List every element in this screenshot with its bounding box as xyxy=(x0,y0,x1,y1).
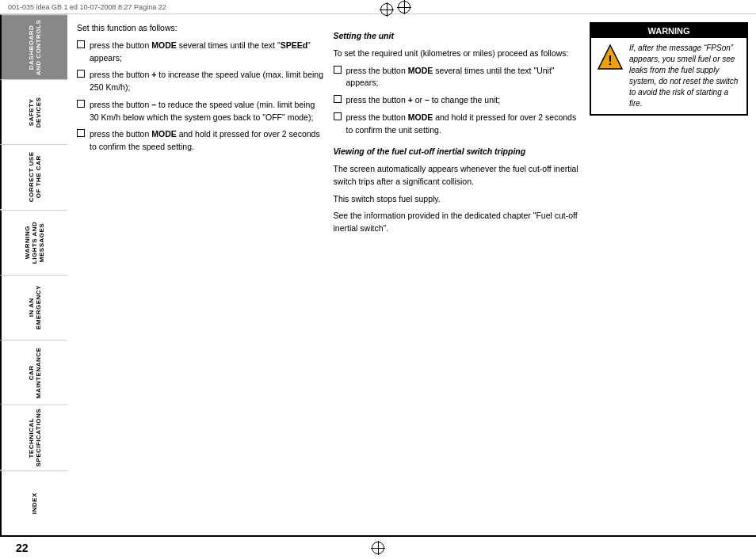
sidebar-item-label: DASHBOARD AND CONTROLS xyxy=(28,18,42,76)
header-text: 001-035 idea GB 1 ed 10-07-2008 8:27 Pag… xyxy=(8,3,166,11)
bullet-item: press the button + or – to change the un… xyxy=(334,94,582,107)
left-column: Set this function as follows: press the … xyxy=(77,22,326,527)
section1-title: Setting the unit xyxy=(334,30,582,43)
warning-text: If, after the message “FPSon” appears, y… xyxy=(629,43,742,109)
sidebar-item-technical[interactable]: TECHNICAL SPECIFICATIONS xyxy=(0,405,67,470)
sidebar-item-label: CORRECT USE OF THE CAR xyxy=(28,148,42,206)
warning-triangle-svg: ! xyxy=(596,43,624,71)
mode-bold: MODE xyxy=(151,129,177,139)
svg-text:!: ! xyxy=(608,54,612,67)
mode-bold: MODE xyxy=(408,112,433,122)
minus-bold: – xyxy=(151,100,156,109)
bullet-item: press the button MODE several times unti… xyxy=(77,40,326,65)
bullet-item: press the button + to increase the speed… xyxy=(77,69,326,94)
sidebar-item-correct-use[interactable]: CORRECT USE OF THE CAR xyxy=(0,144,67,209)
footer: 22 xyxy=(0,535,756,559)
sidebar-item-emergency[interactable]: IN AN EMERGENCY xyxy=(0,275,67,340)
warning-triangle-icon: ! xyxy=(596,43,624,73)
sidebar-item-warning[interactable]: WARNING LIGHTS AND MESSAGES xyxy=(0,210,67,275)
bullet-item: press the button – to reduce the speed v… xyxy=(77,99,326,124)
bullet-item: press the button MODE and hold it presse… xyxy=(77,128,326,154)
bullet-text-4: press the button MODE and hold it presse… xyxy=(90,128,326,154)
bullet-checkbox xyxy=(77,129,85,137)
bullet-text-1: press the button MODE several times unti… xyxy=(90,40,326,65)
section1-intro: To set the required unit (kilometres or … xyxy=(334,48,582,60)
speed-bold: SPEEd xyxy=(281,40,307,50)
header-bar: 001-035 idea GB 1 ed 10-07-2008 8:27 Pag… xyxy=(0,0,756,14)
warning-icon-row: ! If, after the message “FPSon” appears,… xyxy=(591,38,746,114)
right-column: Setting the unit To set the required uni… xyxy=(334,22,582,527)
bullet-checkbox xyxy=(77,70,85,78)
sidebar-item-label: CAR MAINTENANCE xyxy=(28,344,42,401)
bullet-checkbox xyxy=(77,100,85,108)
right-bullet-2: press the button + or – to change the un… xyxy=(346,94,582,107)
mode-bold: MODE xyxy=(408,66,433,75)
section2-para1: The screen automatically appears wheneve… xyxy=(334,163,582,188)
sidebar-item-dashboard[interactable]: DASHBOARD AND CONTROLS xyxy=(0,14,67,79)
bullet-text-3: press the button – to reduce the speed v… xyxy=(90,99,326,124)
plus-bold: + xyxy=(408,95,413,105)
sidebar: DASHBOARD AND CONTROLS SAFETY DEVICES CO… xyxy=(0,14,67,535)
plus-bold: + xyxy=(151,70,156,79)
bullet-checkbox xyxy=(77,40,85,48)
section2-title: Viewing of the fuel cut-off inertial swi… xyxy=(334,146,582,158)
sidebar-item-label: WARNING LIGHTS AND MESSAGES xyxy=(24,214,45,272)
bullet-item: press the button MODE several times unti… xyxy=(334,65,582,90)
header-crosshair xyxy=(398,1,410,13)
warning-header: WARNING xyxy=(591,24,746,38)
right-bullet-1: press the button MODE several times unti… xyxy=(346,65,582,90)
bullet-text-2: press the button + to increase the speed… xyxy=(90,69,326,94)
minus-bold: – xyxy=(425,95,430,105)
section2-para3: See the information provided in the dedi… xyxy=(334,210,582,235)
warning-box: WARNING ! If, after the message “FPSon” … xyxy=(590,22,748,116)
bullet-item: press the button MODE and hold it presse… xyxy=(334,112,582,137)
right-bullet-3: press the button MODE and hold it presse… xyxy=(346,112,582,137)
bullet-checkbox xyxy=(334,66,342,74)
sidebar-item-safety[interactable]: SAFETY DEVICES xyxy=(0,79,67,144)
mode-bold: MODE xyxy=(151,40,177,50)
page-number: 22 xyxy=(16,542,29,554)
main-content: Set this function as follows: press the … xyxy=(69,14,756,535)
bullet-checkbox xyxy=(334,95,342,103)
set-function-intro: Set this function as follows: xyxy=(77,22,326,35)
sidebar-item-label: SAFETY DEVICES xyxy=(28,83,42,141)
sidebar-item-index[interactable]: INDEX xyxy=(0,470,67,535)
sidebar-item-maintenance[interactable]: CAR MAINTENANCE xyxy=(0,340,67,405)
warning-box-column: WARNING ! If, after the message “FPSon” … xyxy=(590,22,748,527)
section2-para2: This switch stops fuel supply. xyxy=(334,193,582,206)
bottom-crosshair xyxy=(372,542,384,554)
sidebar-item-label: TECHNICAL SPECIFICATIONS xyxy=(28,409,42,467)
sidebar-item-label: IN AN EMERGENCY xyxy=(28,279,42,337)
bullet-checkbox xyxy=(334,112,342,120)
sidebar-item-label: INDEX xyxy=(31,492,38,514)
